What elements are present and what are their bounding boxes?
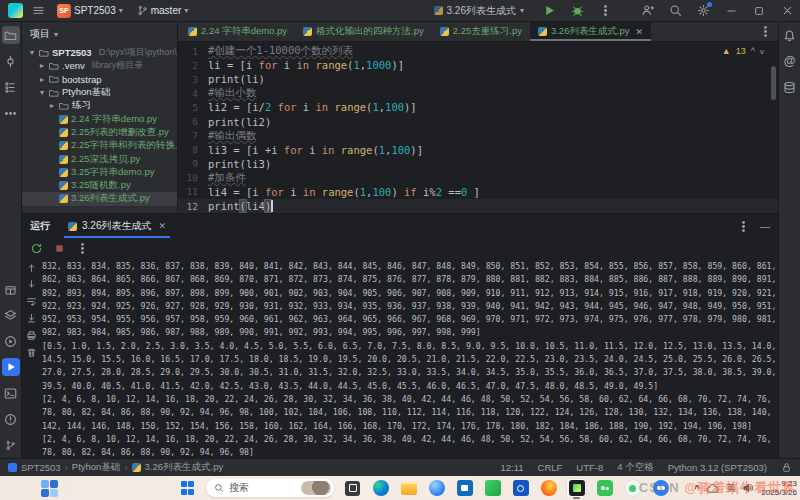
rerun-button[interactable] xyxy=(30,242,43,255)
python-packages-icon[interactable] xyxy=(2,280,20,298)
tree-item-folder[interactable]: ▸练习 xyxy=(22,99,177,112)
more-tools-icon[interactable] xyxy=(2,104,20,122)
tree-expand-icon[interactable]: ▸ xyxy=(38,61,46,70)
code-line[interactable]: 2li = [i for i in range(1,1000)] xyxy=(178,58,778,72)
problems-icon[interactable] xyxy=(2,410,20,428)
tree-expand-icon[interactable]: ▾ xyxy=(28,48,36,57)
settings-icon[interactable] xyxy=(694,2,712,20)
database-icon[interactable] xyxy=(781,78,799,96)
ime-indicator[interactable]: 英 xyxy=(726,482,735,495)
tree-item-file[interactable]: 2.25字符串和列表的转换.py xyxy=(22,139,177,152)
editor-tab[interactable]: 2.24 字符串demo.py xyxy=(180,22,295,41)
code-line[interactable]: 9print(li3) xyxy=(178,157,778,171)
code-line[interactable]: 10#加条件 xyxy=(178,171,778,185)
breadcrumb-item[interactable]: 3.26列表生成式.py xyxy=(145,461,224,474)
project-selector[interactable]: SP SPT2503 ▾ xyxy=(53,2,127,20)
taskbar-start-button[interactable] xyxy=(178,479,197,498)
taskbar-store-icon[interactable] xyxy=(455,479,474,498)
commit-tool-icon[interactable] xyxy=(2,52,20,70)
tree-item-folder[interactable]: ▾SPT2503D:\pyx\项目\python\myflaskp xyxy=(22,46,177,59)
tree-item-file[interactable]: 2.25列表的增删改查.py xyxy=(22,126,177,139)
console-more-icon[interactable] xyxy=(76,242,89,255)
code-line[interactable]: 12print(li4) xyxy=(178,199,778,213)
main-menu-icon[interactable] xyxy=(29,2,47,20)
taskbar-clock-app-icon[interactable] xyxy=(511,479,530,498)
clear-all-icon[interactable] xyxy=(26,347,37,358)
ai-assistant-icon[interactable]: @ xyxy=(781,52,799,70)
lock-icon[interactable] xyxy=(781,462,792,473)
code-line[interactable]: 3print(li) xyxy=(178,72,778,86)
debug-button[interactable] xyxy=(568,2,586,20)
prev-problem-icon[interactable]: ^ xyxy=(751,46,755,56)
taskbar-copilot-icon[interactable] xyxy=(427,479,446,498)
next-problem-icon[interactable]: v xyxy=(760,47,764,56)
widgets-button[interactable] xyxy=(40,479,58,497)
taskbar-green-app-icon[interactable] xyxy=(483,479,502,498)
code-with-me-icon[interactable] xyxy=(638,2,656,20)
project-tool-icon[interactable] xyxy=(2,26,20,44)
breadcrumb-item[interactable]: Ptyhon基础 xyxy=(72,461,121,474)
inspections-widget[interactable]: ▲ 13 ^ v xyxy=(722,46,764,56)
tree-item-folder[interactable]: ▸.venvlibrary根目录 xyxy=(22,59,177,72)
taskbar-pycharm-icon[interactable] xyxy=(567,479,586,498)
taskbar-firefox-icon[interactable] xyxy=(539,479,558,498)
run-configuration-selector[interactable]: 3.26列表生成式 ▾ xyxy=(434,4,524,18)
more-actions-icon[interactable] xyxy=(596,2,614,20)
status-widget[interactable]: 4 个空格 xyxy=(617,461,653,474)
tree-item-file[interactable]: 3.26列表生成式.py xyxy=(22,192,177,205)
status-widget[interactable]: UTF-8 xyxy=(576,462,603,473)
volume-icon[interactable] xyxy=(742,482,754,494)
taskbar-edge-icon[interactable] xyxy=(371,479,390,498)
run-tab[interactable]: 3.26列表生成式 ✕ xyxy=(64,214,170,238)
tree-item-file[interactable]: 3.25字符串demo.py xyxy=(22,166,177,179)
tree-expand-icon[interactable]: ▸ xyxy=(38,75,46,84)
tree-expand-icon[interactable]: ▸ xyxy=(48,101,56,110)
status-widget[interactable]: CRLF xyxy=(538,462,563,473)
tree-item-folder[interactable]: ▸bootstrap xyxy=(22,73,177,86)
code-editor[interactable]: 1#创建一个1-10000个数的列表2li = [i for i in rang… xyxy=(178,42,778,213)
tray-clock[interactable]: 9:23 2025/3/26 xyxy=(761,479,797,497)
structure-tool-icon[interactable] xyxy=(2,78,20,96)
code-line[interactable]: 6print(li2) xyxy=(178,114,778,128)
search-everywhere-icon[interactable] xyxy=(666,2,684,20)
editor-tab[interactable]: 2.25去重练习.py xyxy=(432,22,530,41)
maximize-button[interactable] xyxy=(750,2,768,20)
scroll-to-end-icon[interactable] xyxy=(26,313,37,324)
editor-scrollbar[interactable] xyxy=(771,66,776,100)
stop-button[interactable] xyxy=(53,242,66,255)
tree-expand-icon[interactable]: ▾ xyxy=(38,88,46,97)
scroll-down-icon[interactable] xyxy=(26,279,37,290)
version-control-icon[interactable] xyxy=(2,436,20,454)
scroll-up-icon[interactable] xyxy=(26,262,37,273)
code-line[interactable]: 5li2 = [i/2 for i in range(1,100)] xyxy=(178,100,778,114)
notifications-icon[interactable] xyxy=(781,26,799,44)
code-line[interactable]: 7#输出偶数 xyxy=(178,129,778,143)
tree-item-file[interactable]: 2.24 字符串demo.py xyxy=(22,112,177,125)
close-tab-icon[interactable]: ✕ xyxy=(636,27,644,37)
status-widget[interactable]: Python 3.12 (SPT2503) xyxy=(668,462,767,473)
run-tool-icon[interactable] xyxy=(2,358,20,376)
editor-tab[interactable]: 格式化输出的四种方法.py xyxy=(295,22,432,41)
print-icon[interactable] xyxy=(26,330,37,341)
tabs-more-icon[interactable] xyxy=(753,22,778,41)
code-line[interactable]: 1#创建一个1-10000个数的列表 xyxy=(178,44,778,58)
status-widget[interactable]: 12:11 xyxy=(500,462,523,473)
search-highlight-image[interactable] xyxy=(301,481,331,495)
taskbar-wechat-icon[interactable] xyxy=(595,479,614,498)
minimize-button[interactable] xyxy=(722,2,740,20)
branch-selector[interactable]: master ▾ xyxy=(133,3,193,18)
run-anything-icon[interactable] xyxy=(2,332,20,350)
taskbar-chat-app-icon[interactable] xyxy=(623,479,642,498)
soft-wrap-icon[interactable] xyxy=(26,296,37,307)
code-line[interactable]: 4#输出小数 xyxy=(178,86,778,100)
tree-item-folder[interactable]: ▾Ptyhon基础 xyxy=(22,86,177,99)
run-button[interactable] xyxy=(540,2,558,20)
code-line[interactable]: 11li4 = [i for i in range(1,100) if i%2 … xyxy=(178,185,778,199)
terminal-icon[interactable] xyxy=(2,384,20,402)
tray-chevron-up-icon[interactable]: ^ xyxy=(694,483,699,493)
tray-cloud-icon[interactable] xyxy=(706,482,719,495)
taskbar-search-box[interactable]: 搜索 xyxy=(206,479,334,497)
taskbar-file-explorer-icon[interactable] xyxy=(399,479,418,498)
services-icon[interactable] xyxy=(2,306,20,324)
tree-item-file[interactable]: 3.25随机数.py xyxy=(22,179,177,192)
